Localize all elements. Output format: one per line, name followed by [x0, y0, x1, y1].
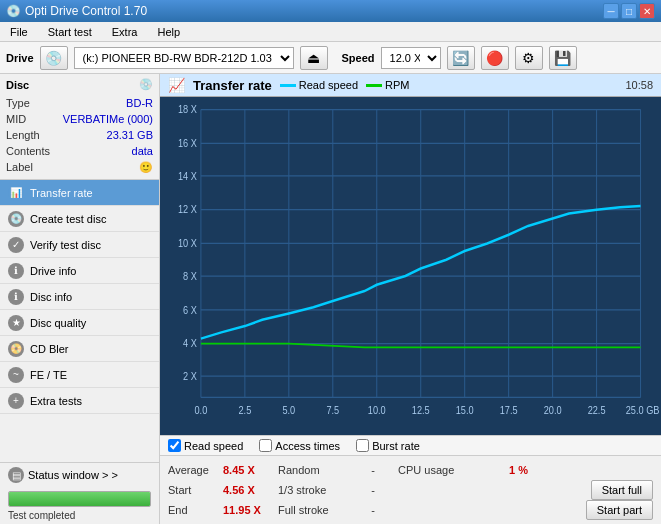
menu-help[interactable]: Help [151, 24, 186, 40]
start-value: 4.56 X [223, 484, 278, 496]
sidebar: Disc 💿 Type BD-R MID VERBATIMe (000) Len… [0, 74, 160, 524]
nav-drive-info[interactable]: ℹ Drive info [0, 258, 159, 284]
chart-svg: 18 X 16 X 14 X 12 X 10 X 8 X 6 X 4 X 2 X… [160, 97, 661, 435]
disc-type-value: BD-R [126, 95, 153, 111]
disc-quality-icon: ★ [8, 315, 24, 331]
chart-controls: Read speed Access times Burst rate [160, 435, 661, 455]
maximize-button[interactable]: □ [621, 3, 637, 19]
status-window-button[interactable]: ▤ Status window > > [0, 463, 159, 487]
status-window-icon: ▤ [8, 467, 24, 483]
nav-disc-quality-label: Disc quality [30, 317, 86, 329]
legend-rpm: RPM [366, 79, 409, 91]
svg-rect-0 [160, 97, 661, 435]
speed-select[interactable]: 12.0 X [381, 47, 441, 69]
legend-rpm-label: RPM [385, 79, 409, 91]
svg-text:22.5: 22.5 [588, 404, 606, 416]
nav-verify-test-disc[interactable]: ✓ Verify test disc [0, 232, 159, 258]
nav-disc-quality[interactable]: ★ Disc quality [0, 310, 159, 336]
settings-button[interactable]: ⚙ [515, 46, 543, 70]
svg-text:20.0: 20.0 [544, 404, 562, 416]
title-bar: 💿 Opti Drive Control 1.70 ─ □ ✕ [0, 0, 661, 22]
svg-text:2 X: 2 X [183, 370, 197, 382]
drive-label: Drive [6, 52, 34, 64]
create-test-disc-icon: 💿 [8, 211, 24, 227]
svg-text:12 X: 12 X [178, 204, 197, 216]
nav-fe-te-label: FE / TE [30, 369, 67, 381]
app-icon: 💿 [6, 4, 21, 18]
save-button[interactable]: 💾 [549, 46, 577, 70]
start-part-button[interactable]: Start part [586, 500, 653, 520]
eject-button[interactable]: ⏏ [300, 46, 328, 70]
read-speed-checkbox-label: Read speed [184, 440, 243, 452]
random-label: Random [278, 464, 348, 476]
one-third-stroke-value: - [348, 484, 398, 496]
toolbar: Drive 💿 (k:) PIONEER BD-RW BDR-212D 1.03… [0, 42, 661, 74]
nav-disc-info[interactable]: ℹ Disc info [0, 284, 159, 310]
drive-info-icon: ℹ [8, 263, 24, 279]
nav-section: 📊 Transfer rate 💿 Create test disc ✓ Ver… [0, 180, 159, 462]
drive-select[interactable]: (k:) PIONEER BD-RW BDR-212D 1.03 [74, 47, 294, 69]
access-times-checkbox[interactable] [259, 439, 272, 452]
burst-rate-checkbox[interactable] [356, 439, 369, 452]
one-third-stroke-label: 1/3 stroke [278, 484, 348, 496]
random-value: - [348, 464, 398, 476]
disc-button[interactable]: 🔴 [481, 46, 509, 70]
end-label: End [168, 504, 223, 516]
verify-test-disc-icon: ✓ [8, 237, 24, 253]
main-content: Disc 💿 Type BD-R MID VERBATIMe (000) Len… [0, 74, 661, 524]
status-window-label: Status window > > [28, 469, 118, 481]
svg-text:0.0: 0.0 [195, 404, 208, 416]
disc-contents-row: Contents data [6, 143, 153, 159]
checkbox-access-times[interactable]: Access times [259, 439, 340, 452]
nav-extra-tests[interactable]: + Extra tests [0, 388, 159, 414]
legend-read-speed-color [280, 84, 296, 87]
legend-rpm-color [366, 84, 382, 87]
svg-text:5.0: 5.0 [282, 404, 295, 416]
read-speed-checkbox[interactable] [168, 439, 181, 452]
svg-text:16 X: 16 X [178, 137, 197, 149]
chart-time: 10:58 [625, 79, 653, 91]
legend-read-speed: Read speed [280, 79, 358, 91]
drive-icon-button[interactable]: 💿 [40, 46, 68, 70]
disc-panel: Disc 💿 Type BD-R MID VERBATIMe (000) Len… [0, 74, 159, 180]
start-full-button[interactable]: Start full [591, 480, 653, 500]
svg-text:7.5: 7.5 [326, 404, 339, 416]
checkbox-read-speed[interactable]: Read speed [168, 439, 243, 452]
minimize-button[interactable]: ─ [603, 3, 619, 19]
nav-create-test-disc-label: Create test disc [30, 213, 106, 225]
nav-disc-info-label: Disc info [30, 291, 72, 303]
menu-start-test[interactable]: Start test [42, 24, 98, 40]
svg-text:25.0 GB: 25.0 GB [626, 404, 660, 416]
chart-header: 📈 Transfer rate Read speed RPM 10:58 [160, 74, 661, 97]
full-stroke-value: - [348, 504, 398, 516]
disc-mid-label: MID [6, 111, 26, 127]
refresh-button[interactable]: 🔄 [447, 46, 475, 70]
svg-text:8 X: 8 X [183, 270, 197, 282]
nav-fe-te[interactable]: ~ FE / TE [0, 362, 159, 388]
speed-label: Speed [342, 52, 375, 64]
nav-transfer-rate-label: Transfer rate [30, 187, 93, 199]
stats-row-average: Average 8.45 X Random - CPU usage 1 % [168, 460, 653, 480]
menu-extra[interactable]: Extra [106, 24, 144, 40]
window-title: Opti Drive Control 1.70 [25, 4, 147, 18]
stats-row-start: Start 4.56 X 1/3 stroke - Start full [168, 480, 653, 500]
stats-row-end: End 11.95 X Full stroke - Start part [168, 500, 653, 520]
disc-mid-value: VERBATIMe (000) [63, 111, 153, 127]
full-stroke-label: Full stroke [278, 504, 348, 516]
chart-title: Transfer rate [193, 78, 272, 93]
progress-bar-fill [9, 492, 150, 506]
svg-text:15.0: 15.0 [456, 404, 474, 416]
nav-transfer-rate[interactable]: 📊 Transfer rate [0, 180, 159, 206]
close-button[interactable]: ✕ [639, 3, 655, 19]
nav-cd-bler[interactable]: 📀 CD Bler [0, 336, 159, 362]
nav-create-test-disc[interactable]: 💿 Create test disc [0, 206, 159, 232]
transfer-rate-icon: 📊 [8, 185, 24, 201]
disc-type-row: Type BD-R [6, 95, 153, 111]
title-bar-left: 💿 Opti Drive Control 1.70 [6, 4, 147, 18]
progress-container: Test completed [0, 487, 159, 524]
svg-text:14 X: 14 X [178, 170, 197, 182]
svg-text:2.5: 2.5 [238, 404, 251, 416]
disc-length-value: 23.31 GB [107, 127, 153, 143]
checkbox-burst-rate[interactable]: Burst rate [356, 439, 420, 452]
menu-file[interactable]: File [4, 24, 34, 40]
